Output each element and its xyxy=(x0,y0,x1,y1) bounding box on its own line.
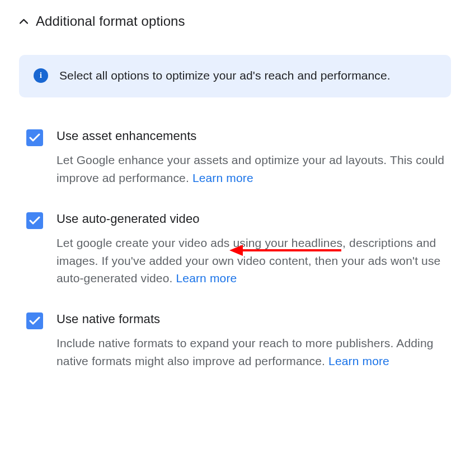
section-title: Additional format options xyxy=(36,13,185,29)
learn-more-link[interactable]: Learn more xyxy=(176,272,237,284)
option-description: Let Google enhance your assets and optim… xyxy=(57,151,445,187)
learn-more-link[interactable]: Learn more xyxy=(192,171,253,184)
option-native-formats: Use native formats Include native format… xyxy=(26,312,445,370)
options-list: Use asset enhancements Let Google enhanc… xyxy=(19,129,451,370)
chevron-up-icon xyxy=(19,17,28,26)
checkbox-asset-enhancements[interactable] xyxy=(26,129,43,146)
option-title: Use auto-generated video xyxy=(57,212,445,226)
section-header[interactable]: Additional format options xyxy=(19,13,451,29)
info-banner-text: Select all options to optimize your ad's… xyxy=(59,67,391,84)
info-icon: i xyxy=(34,68,48,83)
option-asset-enhancements: Use asset enhancements Let Google enhanc… xyxy=(26,129,445,187)
checkbox-auto-generated-video[interactable] xyxy=(26,212,43,229)
learn-more-link[interactable]: Learn more xyxy=(328,354,389,367)
checkbox-native-formats[interactable] xyxy=(26,312,43,329)
option-title: Use asset enhancements xyxy=(57,129,445,143)
option-auto-generated-video: Use auto-generated video Let google crea… xyxy=(26,212,445,288)
option-description: Let google create your video ads using y… xyxy=(57,234,445,288)
info-banner: i Select all options to optimize your ad… xyxy=(19,55,451,97)
option-description: Include native formats to expand your re… xyxy=(57,334,445,370)
option-title: Use native formats xyxy=(57,312,445,326)
